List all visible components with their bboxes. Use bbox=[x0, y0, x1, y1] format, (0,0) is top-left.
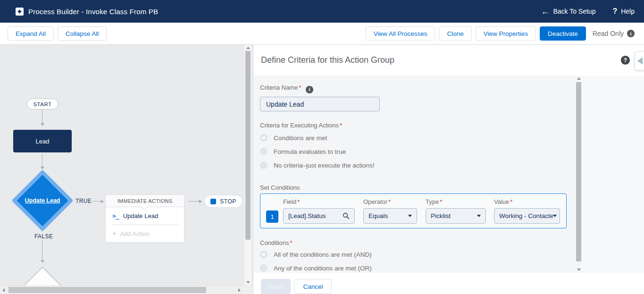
toolbar: Expand All Collapse All View All Process… bbox=[0, 23, 644, 45]
chevron-down-icon bbox=[553, 215, 557, 217]
collapse-all-button[interactable]: Collapse All bbox=[58, 26, 107, 41]
connector-lead-criteria1 bbox=[42, 153, 42, 167]
radio-any-conditions-or[interactable]: Any of the conditions are met (OR) bbox=[260, 264, 372, 272]
scroll-thumb[interactable] bbox=[8, 287, 206, 293]
operator-label: Operator* bbox=[363, 198, 391, 205]
type-select[interactable]: Picklist bbox=[426, 208, 486, 224]
criteria-name-label: Criteria Name* i bbox=[260, 84, 313, 93]
back-to-setup-link[interactable]: ← Back To Setup bbox=[541, 7, 595, 16]
radio-no-criteria[interactable]: No criteria–just execute the actions! bbox=[260, 161, 375, 169]
operator-select[interactable]: Equals bbox=[363, 208, 417, 224]
scroll-thumb[interactable] bbox=[245, 51, 251, 240]
panel-title-band: Define Criteria for this Action Group ? bbox=[253, 45, 644, 76]
plus-icon: + bbox=[112, 229, 117, 238]
criteria-name-input[interactable] bbox=[260, 97, 380, 111]
back-arrow-icon: ← bbox=[541, 7, 549, 16]
value-label: Value* bbox=[494, 198, 512, 205]
collapse-panel-handle[interactable] bbox=[635, 51, 644, 70]
scroll-right-arrow[interactable] bbox=[238, 288, 241, 292]
app-title: Process Builder - Invoke Class From PB bbox=[28, 8, 158, 16]
value-select[interactable]: Working - Contacte bbox=[494, 208, 560, 224]
chevron-down-icon bbox=[408, 215, 412, 217]
scroll-thumb[interactable] bbox=[576, 82, 581, 261]
field-input[interactable]: [Lead].Status bbox=[283, 208, 355, 224]
radio-all-conditions-and[interactable]: All of the conditions are met (AND) bbox=[260, 251, 372, 258]
radio-formula-true[interactable]: Formula evaluates to true bbox=[260, 148, 346, 155]
true-label-1: TRUE bbox=[75, 198, 92, 204]
chevron-left-icon bbox=[637, 57, 643, 65]
scroll-down-arrow[interactable] bbox=[246, 281, 250, 284]
scroll-down-arrow[interactable] bbox=[577, 269, 581, 271]
criteria-form: Criteria Name* i Criteria for Executing … bbox=[253, 76, 644, 273]
clone-button[interactable]: Clone bbox=[439, 26, 471, 41]
read-only-info-icon[interactable]: i bbox=[627, 30, 635, 37]
radio-circle bbox=[260, 264, 268, 272]
set-conditions-label: Set Conditions bbox=[260, 184, 300, 191]
question-mark-icon: ? bbox=[612, 7, 617, 16]
radio-circle bbox=[260, 161, 268, 169]
criteria-panel: Define Criteria for this Action Group ? … bbox=[253, 45, 644, 294]
expand-all-button[interactable]: Expand All bbox=[8, 26, 54, 41]
required-asterisk: * bbox=[290, 239, 292, 246]
executing-actions-label: Criteria for Executing Actions* bbox=[260, 122, 342, 129]
form-vertical-scrollbar[interactable] bbox=[576, 76, 582, 273]
stop-square-icon bbox=[210, 199, 216, 204]
condition-row-box: 1 Field* [Lead].Status Operator* Equals bbox=[260, 193, 567, 228]
cancel-button[interactable]: Cancel bbox=[294, 279, 332, 294]
field-label: Field* bbox=[283, 198, 300, 205]
required-asterisk: * bbox=[340, 122, 342, 129]
apex-action-icon: >_ bbox=[112, 212, 119, 219]
scroll-left-arrow[interactable] bbox=[2, 288, 5, 292]
immediate-actions-box-1: IMMEDIATE ACTIONS >_ Update Lead + Add A… bbox=[105, 194, 184, 243]
connector-start-lead bbox=[42, 110, 42, 123]
panel-footer: Save Cancel bbox=[253, 273, 644, 294]
conditions-label: Conditions* bbox=[260, 239, 293, 246]
app-header: Process Builder - Invoke Class From PB ←… bbox=[0, 0, 644, 23]
search-icon bbox=[343, 212, 350, 219]
required-asterisk: * bbox=[299, 84, 301, 91]
false-label-1: FALSE bbox=[34, 233, 53, 240]
radio-circle bbox=[260, 148, 268, 155]
radio-circle bbox=[260, 134, 268, 142]
panel-help-icon[interactable]: ? bbox=[621, 56, 630, 65]
start-node: START bbox=[27, 99, 58, 109]
connector-actions1-stop bbox=[188, 201, 199, 202]
criteria-name-info-icon[interactable]: i bbox=[306, 86, 313, 93]
connector-true1 bbox=[92, 201, 101, 202]
deactivate-button[interactable]: Deactivate bbox=[540, 26, 586, 41]
form-right-margin bbox=[582, 76, 644, 273]
panel-title: Define Criteria for this Action Group bbox=[261, 55, 394, 65]
help-link[interactable]: ? Help bbox=[612, 7, 635, 16]
save-button[interactable]: Save bbox=[261, 279, 291, 294]
connector-stub-1 bbox=[42, 230, 42, 232]
criteria-node-update-lead[interactable]: Update Lead bbox=[12, 170, 73, 231]
canvas-horizontal-scrollbar[interactable] bbox=[0, 286, 253, 294]
radio-conditions-are-met[interactable]: Conditions are met bbox=[260, 134, 327, 142]
scroll-up-arrow[interactable] bbox=[246, 47, 250, 49]
object-node-lead[interactable]: Lead bbox=[13, 130, 72, 152]
radio-circle bbox=[260, 251, 268, 258]
canvas-vertical-scrollbar[interactable] bbox=[244, 45, 251, 286]
read-only-status: Read Only i bbox=[593, 30, 635, 37]
type-label: Type* bbox=[426, 198, 442, 205]
condition-row-number: 1 bbox=[266, 210, 278, 223]
immediate-actions-header-1: IMMEDIATE ACTIONS bbox=[106, 195, 184, 207]
connector-false1 bbox=[42, 240, 42, 260]
stop-node-1: STOP bbox=[204, 195, 243, 208]
process-builder-icon bbox=[16, 8, 24, 16]
chevron-down-icon bbox=[477, 215, 481, 217]
scroll-up-arrow[interactable] bbox=[577, 77, 581, 80]
view-all-processes-button[interactable]: View All Processes bbox=[366, 26, 435, 41]
view-properties-button[interactable]: View Properties bbox=[476, 26, 536, 41]
process-canvas: START Lead Update Lead TRUE FALSE IMMEDI… bbox=[0, 45, 253, 294]
add-action-link-1[interactable]: + Add Action bbox=[106, 225, 184, 242]
